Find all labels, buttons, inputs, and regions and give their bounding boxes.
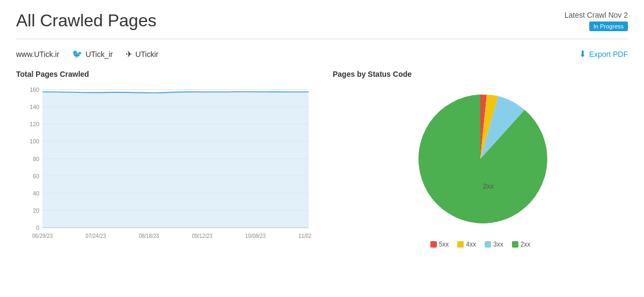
telegram-icon: ✈ — [126, 49, 133, 59]
line-chart-title: Total Pages Crawled — [16, 70, 311, 78]
legend-color-4xx — [457, 241, 464, 248]
legend-item-3xx: 3xx — [485, 241, 503, 248]
svg-text:80: 80 — [33, 155, 39, 162]
svg-text:0: 0 — [36, 224, 39, 231]
telegram-link[interactable]: ✈ UTickir — [126, 49, 158, 59]
export-label: Export PDF — [589, 50, 628, 59]
svg-text:06/29/23: 06/29/23 — [32, 233, 53, 239]
twitter-icon: 🐦 — [72, 49, 83, 59]
svg-text:40: 40 — [33, 190, 39, 197]
download-icon: ⬇ — [579, 49, 586, 59]
pie-chart-section: Pages by Status Code — [333, 70, 628, 248]
svg-text:07/24/23: 07/24/23 — [85, 233, 106, 239]
legend-label-3xx: 3xx — [493, 241, 503, 248]
twitter-link[interactable]: 🐦 UTick_ir — [72, 49, 113, 59]
legend-item-4xx: 4xx — [457, 241, 476, 248]
header-right: Latest Crawl Nov 2 In Progress — [565, 11, 628, 31]
pie-chart-svg: 2xx — [405, 84, 555, 234]
svg-text:10/08/23: 10/08/23 — [245, 233, 266, 239]
status-badge: In Progress — [589, 21, 628, 31]
line-chart-section: Total Pages Crawled 160 140 120 100 80 6 — [16, 70, 311, 248]
line-chart-svg: 160 140 120 100 80 60 40 20 0 06/29/23 0… — [16, 84, 311, 245]
pie-chart-title: Pages by Status Code — [333, 70, 412, 78]
site-url-link[interactable]: www.UTick.ir — [16, 50, 59, 59]
svg-text:140: 140 — [30, 104, 39, 111]
legend-color-2xx — [512, 241, 518, 248]
svg-text:08/18/23: 08/18/23 — [138, 233, 159, 239]
svg-text:160: 160 — [30, 86, 39, 93]
legend-item-5xx: 5xx — [430, 241, 449, 248]
svg-text:120: 120 — [30, 121, 39, 128]
legend-item-2xx: 2xx — [512, 241, 531, 248]
crawl-label: Latest Crawl Nov 2 — [565, 11, 628, 19]
legend-color-3xx — [485, 241, 491, 248]
pie-center-label: 2xx — [483, 182, 494, 190]
pie-legend: 5xx 4xx 3xx 2xx — [430, 241, 531, 248]
svg-text:11/02/23: 11/02/23 — [298, 233, 311, 239]
charts-container: Total Pages Crawled 160 140 120 100 80 6 — [16, 70, 628, 248]
pie-chart-wrapper: 2xx — [405, 84, 555, 234]
legend-label-4xx: 4xx — [466, 241, 476, 248]
site-links: www.UTick.ir 🐦 UTick_ir ✈ UTickir — [16, 49, 158, 59]
svg-text:100: 100 — [30, 138, 39, 145]
legend-label-2xx: 2xx — [521, 241, 531, 248]
twitter-handle: UTick_ir — [85, 50, 113, 59]
toolbar: www.UTick.ir 🐦 UTick_ir ✈ UTickir ⬇ Expo… — [16, 49, 628, 59]
svg-text:60: 60 — [33, 172, 39, 179]
legend-color-5xx — [430, 241, 437, 248]
site-url-text: www.UTick.ir — [16, 50, 59, 59]
svg-text:09/12/23: 09/12/23 — [192, 233, 213, 239]
svg-text:20: 20 — [33, 207, 39, 214]
export-pdf-button[interactable]: ⬇ Export PDF — [579, 49, 628, 59]
page-title: All Crawled Pages — [16, 11, 156, 31]
legend-label-5xx: 5xx — [439, 241, 449, 248]
telegram-handle: UTickir — [135, 50, 158, 59]
line-chart-wrapper: 160 140 120 100 80 60 40 20 0 06/29/23 0… — [16, 84, 311, 245]
page-header: All Crawled Pages Latest Crawl Nov 2 In … — [16, 11, 628, 39]
